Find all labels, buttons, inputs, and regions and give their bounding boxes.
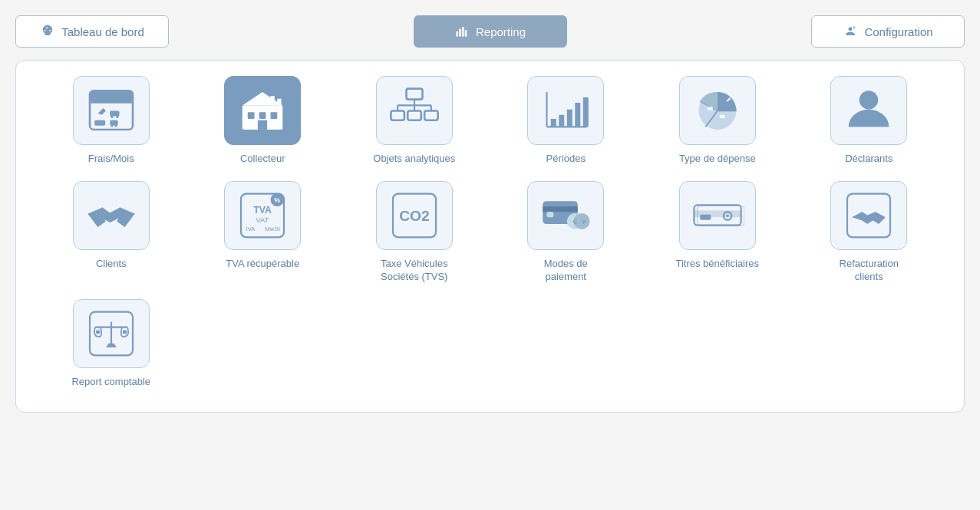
periodes-label: Périodes: [546, 153, 586, 166]
calendar-expenses-icon: [84, 84, 138, 137]
co2-icon: CO2: [388, 189, 441, 242]
org-chart-icon: [388, 84, 441, 137]
objets-analytiques-cell[interactable]: Objets analytiques: [342, 76, 487, 166]
svg-rect-21: [271, 112, 278, 119]
svg-rect-7: [90, 90, 133, 103]
declarants-icon-box: [830, 76, 907, 145]
clients-icon-box: [73, 181, 150, 250]
taxe-vehicules-label: Taxe VéhiculesSociétés (TVS): [381, 258, 447, 284]
collecteur-cell[interactable]: Collecteur: [191, 76, 335, 166]
reporting-icon: [454, 24, 470, 39]
svg-point-16: [115, 125, 117, 127]
configuration-label: Configuration: [864, 25, 932, 38]
configuration-icon: [843, 24, 858, 39]
svg-point-76: [123, 330, 127, 334]
configuration-button[interactable]: Configuration: [811, 15, 965, 48]
icon-grid: Frais/Mois: [39, 76, 941, 389]
taxe-vehicules-cell[interactable]: CO2 Taxe VéhiculesSociétés (TVS): [342, 181, 487, 284]
svg-rect-1: [459, 29, 461, 37]
handshake-icon: [84, 189, 138, 242]
frais-mois-label: Frais/Mois: [88, 153, 134, 166]
nav-bar: Tableau de bord Reporting Configuration: [15, 15, 965, 48]
svg-rect-25: [406, 89, 422, 100]
empty-cell-1: [191, 299, 335, 389]
svg-rect-60: [547, 212, 554, 217]
declarants-label: Déclarants: [845, 153, 893, 166]
svg-text:IVA: IVA: [246, 225, 256, 232]
svg-rect-59: [543, 206, 579, 212]
svg-text:CO2: CO2: [399, 208, 430, 224]
bar-chart-icon: [539, 84, 592, 137]
reporting-label: Reporting: [476, 25, 526, 38]
report-comptable-label: Report comptable: [71, 376, 150, 389]
refacturation-clients-cell[interactable]: Refacturationclients: [797, 181, 942, 284]
empty-cell-4: [645, 299, 790, 389]
type-depense-cell[interactable]: Type de dépense: [645, 76, 790, 166]
svg-rect-22: [258, 120, 267, 130]
main-panel: Frais/Mois: [15, 60, 965, 413]
reporting-button[interactable]: Reporting: [414, 15, 567, 48]
svg-rect-39: [576, 103, 581, 127]
titres-beneficiaires-cell[interactable]: Titres bénéficiaires: [645, 181, 790, 284]
frais-mois-cell[interactable]: Frais/Mois: [39, 76, 183, 166]
svg-text:%: %: [275, 196, 281, 204]
frais-mois-icon-box: [73, 76, 150, 145]
svg-rect-23: [271, 96, 275, 105]
svg-text:MwSt: MwSt: [266, 225, 281, 232]
svg-text:VAT: VAT: [256, 216, 269, 224]
handshake-box-icon: [842, 189, 896, 242]
empty-cell-3: [494, 299, 638, 389]
titres-beneficiaires-label: Titres bénéficiaires: [675, 258, 759, 271]
empty-cell-5: [797, 299, 942, 389]
tva-icon: % TVA VAT IVA MwSt: [236, 189, 289, 242]
svg-rect-38: [567, 110, 572, 127]
collecteur-label: Collecteur: [240, 153, 285, 166]
svg-point-12: [116, 116, 119, 119]
objets-analytiques-label: Objets analytiques: [373, 153, 455, 166]
svg-text:¥: ¥: [581, 217, 586, 225]
type-depense-icon-box: [679, 76, 756, 145]
svg-point-9: [100, 110, 103, 114]
svg-rect-20: [259, 112, 266, 119]
svg-rect-67: [700, 215, 711, 220]
empty-cell-2: [342, 299, 487, 389]
svg-marker-18: [243, 92, 283, 106]
svg-rect-27: [408, 110, 421, 120]
report-comptable-cell[interactable]: Report comptable: [39, 299, 183, 389]
person-icon: [842, 84, 896, 137]
periodes-cell[interactable]: Périodes: [494, 76, 638, 166]
svg-rect-24: [278, 99, 282, 106]
svg-rect-10: [110, 110, 119, 116]
credit-card-icon: € ¥: [539, 189, 592, 242]
svg-rect-40: [583, 97, 589, 127]
svg-rect-14: [110, 120, 118, 126]
svg-point-15: [111, 125, 113, 127]
tva-recuperable-cell[interactable]: % TVA VAT IVA MwSt TVA récupérable: [191, 181, 335, 284]
clients-cell[interactable]: Clients: [39, 181, 183, 284]
factory-icon: [236, 84, 289, 137]
modes-paiement-cell[interactable]: € ¥ Modes depaiement: [494, 181, 638, 284]
svg-point-11: [111, 116, 114, 119]
tva-recuperable-icon-box: % TVA VAT IVA MwSt: [224, 181, 301, 250]
svg-rect-36: [551, 119, 556, 127]
card-key-icon: [691, 189, 744, 242]
svg-point-69: [726, 215, 729, 218]
dashboard-icon: [40, 24, 55, 39]
svg-rect-2: [462, 27, 464, 36]
tableau-label: Tableau de bord: [61, 25, 144, 38]
modes-paiement-icon-box: € ¥: [527, 181, 604, 250]
svg-rect-3: [465, 30, 467, 36]
svg-point-5: [853, 26, 856, 28]
svg-point-4: [849, 27, 853, 31]
periodes-icon-box: [527, 76, 604, 145]
titres-beneficiaires-icon-box: [679, 181, 756, 250]
collecteur-icon-box: [224, 76, 301, 145]
svg-rect-13: [94, 120, 105, 126]
scales-icon: [84, 308, 138, 360]
svg-rect-28: [424, 110, 438, 120]
declarants-cell[interactable]: Déclarants: [797, 76, 942, 166]
pie-chart-icon: [691, 84, 744, 137]
svg-text:TVA: TVA: [253, 205, 272, 216]
svg-point-75: [96, 330, 100, 334]
tableau-de-bord-button[interactable]: Tableau de bord: [15, 15, 169, 48]
